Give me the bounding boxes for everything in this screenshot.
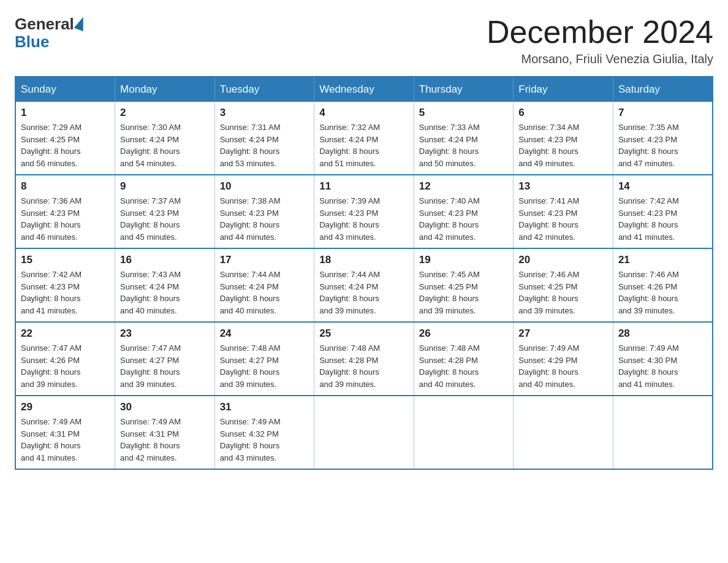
day-info: Sunrise: 7:35 AMSunset: 4:23 PMDaylight:… [618, 121, 707, 169]
calendar-cell [613, 396, 713, 469]
calendar-week-row: 29Sunrise: 7:49 AMSunset: 4:31 PMDayligh… [15, 396, 713, 469]
day-info: Sunrise: 7:38 AMSunset: 4:23 PMDaylight:… [220, 195, 309, 243]
day-info: Sunrise: 7:47 AMSunset: 4:26 PMDaylight:… [21, 342, 110, 390]
day-info: Sunrise: 7:42 AMSunset: 4:23 PMDaylight:… [21, 269, 110, 316]
calendar-cell: 24Sunrise: 7:48 AMSunset: 4:27 PMDayligh… [214, 322, 314, 396]
day-number: 18 [319, 254, 409, 266]
day-info: Sunrise: 7:40 AMSunset: 4:23 PMDaylight:… [419, 195, 509, 243]
calendar-cell: 9Sunrise: 7:37 AMSunset: 4:23 PMDaylight… [115, 175, 215, 248]
day-number: 11 [319, 180, 409, 193]
day-info: Sunrise: 7:41 AMSunset: 4:23 PMDaylight:… [518, 195, 608, 243]
day-number: 9 [120, 180, 210, 193]
day-number: 16 [120, 254, 210, 266]
calendar-cell: 17Sunrise: 7:44 AMSunset: 4:24 PMDayligh… [214, 248, 314, 322]
day-number: 10 [220, 180, 309, 193]
calendar-cell: 8Sunrise: 7:36 AMSunset: 4:23 PMDaylight… [15, 175, 115, 248]
day-info: Sunrise: 7:49 AMSunset: 4:29 PMDaylight:… [518, 342, 608, 390]
calendar-cell: 13Sunrise: 7:41 AMSunset: 4:23 PMDayligh… [514, 175, 613, 248]
day-number: 24 [220, 327, 309, 340]
day-info: Sunrise: 7:31 AMSunset: 4:24 PMDaylight:… [220, 121, 309, 169]
day-number: 14 [618, 180, 707, 193]
calendar-cell: 10Sunrise: 7:38 AMSunset: 4:23 PMDayligh… [214, 175, 314, 248]
calendar-week-row: 8Sunrise: 7:36 AMSunset: 4:23 PMDaylight… [15, 175, 713, 248]
day-info: Sunrise: 7:32 AMSunset: 4:24 PMDaylight:… [319, 121, 409, 169]
day-info: Sunrise: 7:29 AMSunset: 4:25 PMDaylight:… [21, 121, 110, 169]
calendar-cell: 1Sunrise: 7:29 AMSunset: 4:25 PMDaylight… [15, 102, 115, 175]
calendar-cell [414, 396, 514, 469]
day-number: 22 [21, 327, 110, 340]
day-number: 2 [120, 107, 210, 119]
calendar-cell: 3Sunrise: 7:31 AMSunset: 4:24 PMDaylight… [214, 102, 314, 175]
day-info: Sunrise: 7:42 AMSunset: 4:23 PMDaylight:… [618, 195, 707, 243]
day-number: 17 [220, 254, 309, 266]
day-info: Sunrise: 7:44 AMSunset: 4:24 PMDaylight:… [220, 269, 309, 316]
calendar-header-monday: Monday [115, 77, 215, 102]
day-number: 27 [518, 327, 608, 340]
day-number: 20 [518, 254, 608, 266]
day-number: 29 [21, 401, 110, 413]
day-number: 7 [618, 107, 707, 119]
day-info: Sunrise: 7:30 AMSunset: 4:24 PMDaylight:… [120, 121, 210, 169]
day-info: Sunrise: 7:48 AMSunset: 4:27 PMDaylight:… [220, 342, 309, 390]
day-number: 26 [419, 327, 509, 340]
calendar-week-row: 1Sunrise: 7:29 AMSunset: 4:25 PMDaylight… [15, 102, 713, 175]
day-info: Sunrise: 7:36 AMSunset: 4:23 PMDaylight:… [21, 195, 110, 243]
day-number: 15 [21, 254, 110, 266]
calendar-week-row: 15Sunrise: 7:42 AMSunset: 4:23 PMDayligh… [15, 248, 713, 322]
day-info: Sunrise: 7:49 AMSunset: 4:32 PMDaylight:… [220, 416, 309, 464]
calendar-cell: 22Sunrise: 7:47 AMSunset: 4:26 PMDayligh… [15, 322, 115, 396]
calendar-cell: 6Sunrise: 7:34 AMSunset: 4:23 PMDaylight… [514, 102, 613, 175]
day-info: Sunrise: 7:43 AMSunset: 4:24 PMDaylight:… [120, 269, 210, 316]
calendar-header-tuesday: Tuesday [214, 77, 314, 102]
day-number: 13 [518, 180, 608, 193]
day-number: 4 [319, 107, 409, 119]
day-number: 28 [618, 327, 707, 340]
day-number: 21 [618, 254, 707, 266]
day-number: 12 [419, 180, 509, 193]
day-number: 30 [120, 401, 210, 413]
day-info: Sunrise: 7:48 AMSunset: 4:28 PMDaylight:… [319, 342, 409, 390]
calendar-cell: 15Sunrise: 7:42 AMSunset: 4:23 PMDayligh… [15, 248, 115, 322]
calendar-cell [514, 396, 613, 469]
calendar-cell: 21Sunrise: 7:46 AMSunset: 4:26 PMDayligh… [613, 248, 713, 322]
calendar-header-sunday: Sunday [15, 77, 115, 102]
page-header: General Blue December 2024 Morsano, Friu… [15, 15, 713, 66]
calendar-cell: 31Sunrise: 7:49 AMSunset: 4:32 PMDayligh… [214, 396, 314, 469]
calendar-table: SundayMondayTuesdayWednesdayThursdayFrid… [15, 76, 713, 470]
day-info: Sunrise: 7:47 AMSunset: 4:27 PMDaylight:… [120, 342, 210, 390]
calendar-cell: 16Sunrise: 7:43 AMSunset: 4:24 PMDayligh… [115, 248, 215, 322]
calendar-cell: 26Sunrise: 7:48 AMSunset: 4:28 PMDayligh… [414, 322, 514, 396]
month-title: December 2024 [487, 15, 713, 50]
day-info: Sunrise: 7:46 AMSunset: 4:25 PMDaylight:… [518, 269, 608, 316]
calendar-cell: 4Sunrise: 7:32 AMSunset: 4:24 PMDaylight… [314, 102, 414, 175]
day-info: Sunrise: 7:34 AMSunset: 4:23 PMDaylight:… [518, 121, 608, 169]
calendar-cell [314, 396, 414, 469]
calendar-cell: 19Sunrise: 7:45 AMSunset: 4:25 PMDayligh… [414, 248, 514, 322]
calendar-cell: 29Sunrise: 7:49 AMSunset: 4:31 PMDayligh… [15, 396, 115, 469]
calendar-cell: 30Sunrise: 7:49 AMSunset: 4:31 PMDayligh… [115, 396, 215, 469]
day-number: 31 [220, 401, 309, 413]
day-number: 1 [21, 107, 110, 119]
logo: General Blue [15, 15, 86, 52]
calendar-week-row: 22Sunrise: 7:47 AMSunset: 4:26 PMDayligh… [15, 322, 713, 396]
day-number: 8 [21, 180, 110, 193]
location-title: Morsano, Friuli Venezia Giulia, Italy [487, 52, 713, 66]
logo-blue-text: Blue [15, 33, 49, 51]
day-info: Sunrise: 7:49 AMSunset: 4:31 PMDaylight:… [120, 416, 210, 464]
calendar-cell: 20Sunrise: 7:46 AMSunset: 4:25 PMDayligh… [514, 248, 613, 322]
calendar-cell: 27Sunrise: 7:49 AMSunset: 4:29 PMDayligh… [514, 322, 613, 396]
logo-triangle-icon [74, 15, 88, 31]
day-info: Sunrise: 7:45 AMSunset: 4:25 PMDaylight:… [419, 269, 509, 316]
calendar-cell: 11Sunrise: 7:39 AMSunset: 4:23 PMDayligh… [314, 175, 414, 248]
calendar-header-friday: Friday [514, 77, 613, 102]
calendar-header-row: SundayMondayTuesdayWednesdayThursdayFrid… [15, 77, 713, 102]
calendar-cell: 7Sunrise: 7:35 AMSunset: 4:23 PMDaylight… [613, 102, 713, 175]
day-info: Sunrise: 7:49 AMSunset: 4:31 PMDaylight:… [21, 416, 110, 464]
calendar-cell: 23Sunrise: 7:47 AMSunset: 4:27 PMDayligh… [115, 322, 215, 396]
calendar-header-saturday: Saturday [613, 77, 713, 102]
calendar-cell: 28Sunrise: 7:49 AMSunset: 4:30 PMDayligh… [613, 322, 713, 396]
day-number: 19 [419, 254, 509, 266]
day-info: Sunrise: 7:37 AMSunset: 4:23 PMDaylight:… [120, 195, 210, 243]
calendar-cell: 2Sunrise: 7:30 AMSunset: 4:24 PMDaylight… [115, 102, 215, 175]
day-info: Sunrise: 7:33 AMSunset: 4:24 PMDaylight:… [419, 121, 509, 169]
